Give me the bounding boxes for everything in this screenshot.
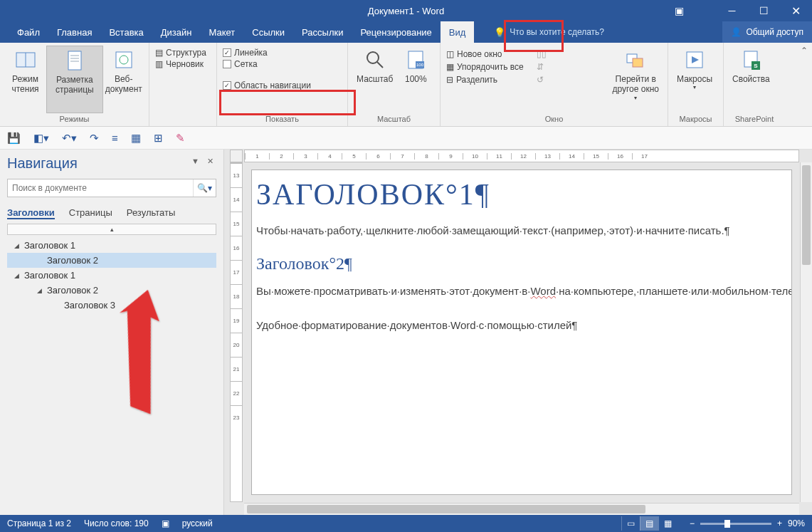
vertical-ruler[interactable]: 1314151617181920212223 <box>230 162 243 502</box>
switch-windows-button[interactable]: Перейти вдругое окно▾ <box>608 46 663 113</box>
tell-me-search[interactable]: 💡Что вы хотите сделать? <box>488 21 610 43</box>
horizontal-scrollbar[interactable] <box>244 503 799 515</box>
collapse-ribbon-button[interactable]: ⌃ <box>801 46 808 56</box>
doc-paragraph[interactable]: Вы·можете·просматривать·и·изменять·этот·… <box>256 281 787 302</box>
macros-button[interactable]: Макросы▾ <box>673 46 717 113</box>
tab-mailings[interactable]: Рассылки <box>293 21 352 43</box>
doc-paragraph[interactable]: Чтобы·начать·работу,·щелкните·любой·заме… <box>256 220 787 241</box>
qat-item[interactable]: ✎ <box>176 132 185 145</box>
nav-tab-pages[interactable]: Страницы <box>69 207 112 219</box>
outline-icon: ▤ <box>155 48 163 58</box>
undo-button[interactable]: ↶▾ <box>62 132 77 145</box>
reset-pos-button[interactable]: ↺ <box>535 74 548 85</box>
pane-dropdown-icon[interactable]: ▼ <box>191 157 202 165</box>
document-page[interactable]: ЗАГОЛОВОК°1¶ Чтобы·начать·работу,·щелкни… <box>251 169 792 495</box>
tab-layout[interactable]: Макет <box>200 21 243 43</box>
qat-dropdown[interactable]: ◧▾ <box>33 132 49 145</box>
draft-button[interactable]: ▥Черновик <box>154 58 216 70</box>
view-print-button[interactable]: ▤ <box>640 516 658 531</box>
tab-view[interactable]: Вид <box>441 21 475 43</box>
zoom-button[interactable]: Масштаб <box>352 46 397 113</box>
status-language[interactable]: русский <box>182 518 213 528</box>
tab-home[interactable]: Главная <box>48 21 100 43</box>
search-input[interactable] <box>8 179 193 197</box>
zoom-in-button[interactable]: + <box>777 518 782 528</box>
sync-scroll-button[interactable]: ⇵ <box>535 61 548 73</box>
gridlines-checkbox[interactable]: Сетка <box>221 58 343 70</box>
zoom-slider[interactable] <box>700 523 771 525</box>
bulb-icon: 💡 <box>494 27 505 38</box>
nav-tab-results[interactable]: Результаты <box>127 207 175 219</box>
view-read-button[interactable]: ▭ <box>621 516 640 531</box>
svg-rect-6 <box>116 52 132 68</box>
nav-tree-item[interactable]: Заголовок 2 <box>7 253 216 268</box>
group-label-views: Режимы <box>4 113 144 126</box>
nav-tree-item[interactable]: ◢Заголовок 1 <box>7 238 216 253</box>
scrollbar-thumb[interactable] <box>247 505 645 513</box>
side-icon: ▯▯ <box>537 49 547 59</box>
doc-paragraph[interactable]: Удобное·форматирование·документов·Word·с… <box>256 315 787 336</box>
status-page[interactable]: Страница 1 из 2 <box>7 518 71 528</box>
tab-references[interactable]: Ссылки <box>243 21 293 43</box>
group-label-sharepoint: SharePoint <box>728 113 781 126</box>
tab-file[interactable]: Файл <box>9 21 48 43</box>
web-layout-button[interactable]: Веб-документ <box>103 46 144 113</box>
print-layout-button[interactable]: Разметка страницы <box>46 46 102 113</box>
checkbox-icon <box>223 60 231 68</box>
svg-text:S: S <box>754 63 759 69</box>
side-by-side-button[interactable]: ▯▯ <box>535 48 548 60</box>
redo-button[interactable]: ↷ <box>90 132 99 145</box>
close-button[interactable]: ✕ <box>780 0 812 21</box>
zoom-out-button[interactable]: − <box>690 518 695 528</box>
arrange-all-button[interactable]: ▦Упорядочить все <box>445 61 525 73</box>
view-web-button[interactable]: ▦ <box>658 516 677 531</box>
share-button[interactable]: 👤Общий доступ <box>722 21 812 43</box>
status-word-count[interactable]: Число слов: 190 <box>84 518 149 528</box>
read-mode-button[interactable]: Режим чтения <box>4 46 46 113</box>
maximize-button[interactable]: ☐ <box>748 0 780 21</box>
search-button[interactable]: 🔍▾ <box>193 179 216 197</box>
doc-heading-2[interactable]: Заголовок°2¶ <box>256 254 787 273</box>
slider-knob[interactable] <box>724 520 730 528</box>
tab-review[interactable]: Рецензирование <box>352 21 440 43</box>
ruler-checkbox[interactable]: ✓Линейка <box>221 47 343 58</box>
doc-heading-1[interactable]: ЗАГОЛОВОК°1¶ <box>256 177 787 212</box>
nav-tree-item[interactable]: ◢Заголовок 1 <box>7 268 216 283</box>
outline-button[interactable]: ▤Структура <box>154 47 216 58</box>
tab-insert[interactable]: Вставка <box>100 21 152 43</box>
pane-close-icon[interactable]: ✕ <box>207 157 216 165</box>
title-bar: Документ1 - Word ▣ ─ ☐ ✕ <box>0 0 812 21</box>
qat-item[interactable]: ▦ <box>131 132 141 145</box>
qat-item[interactable]: ⊞ <box>154 132 163 145</box>
ribbon-group-views: Режим чтения Разметка страницы Веб-докум… <box>0 43 149 126</box>
ribbon: Режим чтения Разметка страницы Веб-докум… <box>0 43 812 127</box>
ribbon-display-options-icon[interactable]: ▣ <box>675 5 684 16</box>
navigation-pane-checkbox[interactable]: ✓Область навигации <box>221 80 343 91</box>
new-window-button[interactable]: ◫Новое окно <box>445 48 525 60</box>
zoom-100-button[interactable]: 100100% <box>397 46 434 113</box>
horizontal-ruler[interactable]: 1234567891011121314151617 <box>244 150 799 162</box>
scrollbar-thumb[interactable] <box>802 165 811 265</box>
group-label-macros: Макросы <box>673 113 719 126</box>
status-proofing-icon[interactable]: ▣ <box>162 518 169 528</box>
ribbon-group-macros: Макросы▾ Макросы <box>668 43 724 126</box>
nav-collapse-bar[interactable]: ▴ <box>7 224 216 235</box>
properties-button[interactable]: SСвойства <box>728 46 774 113</box>
minimize-button[interactable]: ─ <box>716 0 748 21</box>
tab-design[interactable]: Дизайн <box>152 21 201 43</box>
new-window-icon: ◫ <box>446 49 454 59</box>
person-icon: 👤 <box>731 27 742 37</box>
ribbon-tabs: Файл Главная Вставка Дизайн Макет Ссылки… <box>0 21 812 43</box>
save-button[interactable]: 💾 <box>7 132 21 145</box>
nav-tree-item[interactable]: Заголовок 3 <box>7 298 216 313</box>
navigation-title: Навигация <box>7 155 216 172</box>
nav-tree-item[interactable]: ◢Заголовок 2 <box>7 283 216 298</box>
split-icon: ⊟ <box>446 75 453 85</box>
nav-tab-headings[interactable]: Заголовки <box>7 207 55 219</box>
vertical-scrollbar[interactable] <box>800 162 812 502</box>
split-button[interactable]: ⊟Разделить <box>445 74 525 85</box>
chevron-down-icon: ◢ <box>37 287 44 294</box>
ribbon-group-views-ext: ▤Структура ▥Черновик <box>149 43 221 126</box>
qat-item[interactable]: ≡ <box>112 132 118 144</box>
zoom-level[interactable]: 90% <box>788 518 805 528</box>
